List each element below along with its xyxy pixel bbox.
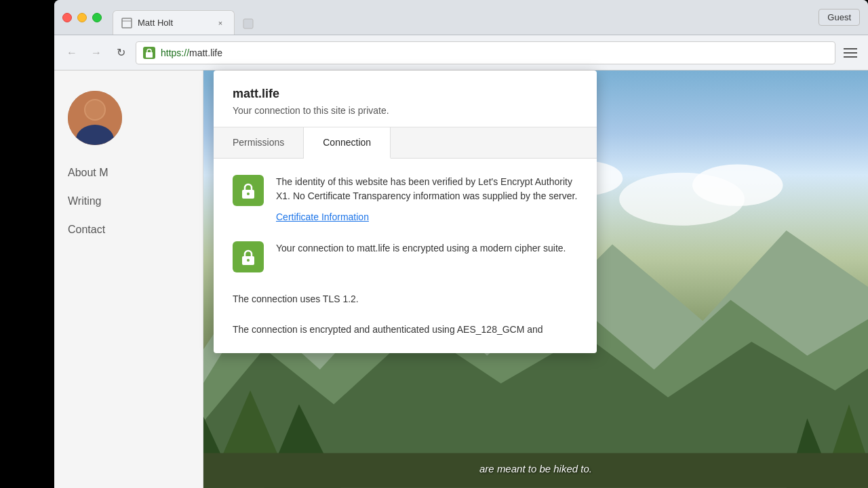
svg-rect-0 bbox=[122, 18, 132, 28]
secure-lock-icon bbox=[143, 47, 155, 59]
maximize-button[interactable] bbox=[92, 13, 102, 22]
tab-close-button[interactable]: × bbox=[215, 18, 226, 28]
lock-icon-box-2 bbox=[233, 241, 264, 272]
svg-point-14 bbox=[692, 165, 783, 207]
profile-area: About M Writing Contact bbox=[54, 70, 203, 258]
url-protocol: https:// bbox=[161, 47, 189, 58]
verification-row: The identity of this website has been ve… bbox=[233, 175, 578, 222]
address-bar[interactable]: https://matt.life bbox=[136, 41, 835, 64]
url-display: https://matt.life bbox=[161, 47, 828, 58]
sidebar-item-writing[interactable]: Writing bbox=[68, 187, 189, 216]
panel-tabs: Permissions Connection bbox=[214, 127, 597, 159]
svg-point-7 bbox=[85, 100, 104, 119]
security-panel: matt.life Your connection to this site i… bbox=[214, 70, 597, 353]
back-button[interactable]: ← bbox=[62, 43, 81, 62]
tab-title: Matt Holt bbox=[138, 18, 210, 28]
sidebar-item-about[interactable]: About M bbox=[68, 159, 189, 187]
svg-point-25 bbox=[247, 192, 250, 195]
page-content: About M Writing Contact bbox=[54, 70, 868, 488]
hero-quote: are meant to be hiked to. bbox=[479, 463, 592, 474]
svg-rect-3 bbox=[146, 52, 153, 58]
lock-icon-box bbox=[233, 175, 264, 206]
panel-body: The identity of this website has been ve… bbox=[214, 159, 597, 353]
traffic-lights bbox=[62, 13, 102, 22]
menu-line-2 bbox=[844, 52, 857, 54]
tab-connection[interactable]: Connection bbox=[304, 127, 391, 159]
encryption-text: Your connection to matt.life is encrypte… bbox=[276, 241, 578, 256]
avatar bbox=[68, 91, 122, 145]
svg-rect-2 bbox=[243, 19, 253, 28]
verification-text: The identity of this website has been ve… bbox=[276, 175, 578, 203]
titlebar: Matt Holt × Guest bbox=[54, 0, 868, 35]
panel-header: matt.life Your connection to this site i… bbox=[214, 70, 597, 127]
menu-line-1 bbox=[844, 48, 857, 49]
refresh-button[interactable]: ↻ bbox=[111, 43, 130, 62]
new-tab-button[interactable] bbox=[237, 13, 259, 35]
verification-text-block: The identity of this website has been ve… bbox=[276, 175, 578, 222]
page-icon bbox=[121, 18, 132, 28]
close-button[interactable] bbox=[62, 13, 72, 22]
tab-permissions[interactable]: Permissions bbox=[214, 127, 304, 158]
url-domain: matt.life bbox=[189, 47, 222, 58]
site-domain: matt.life bbox=[233, 87, 578, 101]
sidebar: About M Writing Contact bbox=[54, 70, 203, 488]
menu-line-3 bbox=[844, 56, 857, 58]
certificate-link[interactable]: Certificate Information bbox=[276, 211, 578, 222]
tls-version-text: The connection uses TLS 1.2. The connect… bbox=[233, 291, 578, 337]
forward-button[interactable]: → bbox=[87, 43, 106, 62]
encryption-row: Your connection to matt.life is encrypte… bbox=[233, 241, 578, 272]
toolbar: ← → ↻ https://matt.life bbox=[54, 35, 868, 70]
sidebar-item-contact[interactable]: Contact bbox=[68, 216, 189, 244]
minimize-button[interactable] bbox=[77, 13, 87, 22]
browser-tab[interactable]: Matt Holt × bbox=[113, 10, 235, 35]
guest-button[interactable]: Guest bbox=[818, 9, 860, 26]
menu-button[interactable] bbox=[841, 43, 860, 62]
svg-point-27 bbox=[247, 259, 250, 262]
tab-strip: Matt Holt × bbox=[113, 0, 813, 35]
connection-status: Your connection to this site is private. bbox=[233, 105, 578, 116]
